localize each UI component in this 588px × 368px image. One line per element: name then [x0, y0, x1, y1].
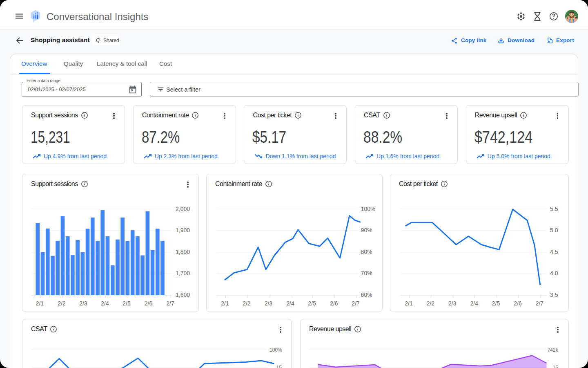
svg-text:2/6: 2/6 [330, 300, 338, 307]
svg-text:4.0: 4.0 [550, 270, 558, 276]
svg-text:15: 15 [276, 365, 282, 368]
svg-text:1,700: 1,700 [176, 270, 190, 276]
svg-text:70%: 70% [361, 270, 372, 276]
svg-text:2/5: 2/5 [308, 300, 316, 307]
svg-text:2/5: 2/5 [492, 300, 500, 307]
svg-text:2/6: 2/6 [514, 300, 522, 307]
svg-text:1,900: 1,900 [176, 227, 190, 233]
svg-text:2/3: 2/3 [448, 300, 457, 307]
svg-text:2,000: 2,000 [176, 206, 190, 212]
svg-text:2/7: 2/7 [352, 300, 360, 307]
svg-text:2/1: 2/1 [221, 300, 229, 307]
svg-text:5.0: 5.0 [550, 227, 558, 233]
svg-text:60%: 60% [361, 292, 372, 298]
svg-text:2/7: 2/7 [166, 300, 174, 307]
svg-text:4.5: 4.5 [550, 249, 558, 255]
svg-text:2/2: 2/2 [58, 300, 66, 307]
svg-text:2/3: 2/3 [79, 300, 87, 307]
svg-text:1,800: 1,800 [176, 249, 190, 255]
svg-text:90%: 90% [361, 227, 372, 233]
svg-text:2/2: 2/2 [243, 300, 251, 307]
svg-text:5.5: 5.5 [550, 206, 558, 212]
svg-text:2/4: 2/4 [101, 300, 109, 307]
svg-text:100%: 100% [361, 206, 376, 212]
svg-text:2/7: 2/7 [536, 300, 544, 307]
svg-text:2/1: 2/1 [36, 300, 44, 307]
svg-text:1,600: 1,600 [176, 292, 190, 298]
svg-text:15: 15 [553, 365, 559, 368]
svg-text:2/5: 2/5 [122, 300, 131, 307]
svg-text:742k: 742k [548, 347, 559, 353]
svg-text:80%: 80% [361, 249, 372, 255]
svg-text:3.5: 3.5 [550, 292, 558, 298]
svg-text:2/4: 2/4 [470, 300, 478, 307]
svg-text:100%: 100% [270, 347, 282, 353]
svg-text:2/2: 2/2 [427, 300, 435, 307]
svg-text:2/3: 2/3 [265, 300, 273, 307]
svg-text:2/1: 2/1 [405, 300, 413, 307]
svg-text:2/4: 2/4 [286, 300, 294, 307]
svg-text:2/6: 2/6 [145, 300, 153, 307]
